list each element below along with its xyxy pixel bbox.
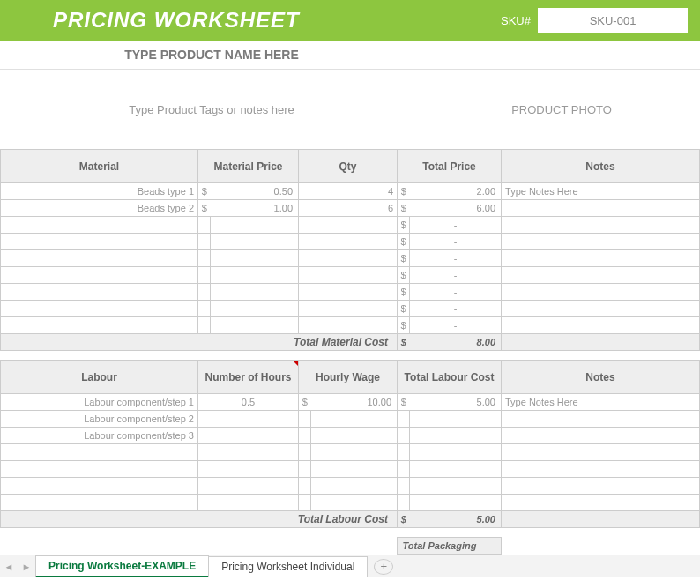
scroll-left-icon[interactable]: ◄ [0,562,18,572]
header-bar: PRICING WORKSHEET SKU# SKU-001 [0,0,700,41]
scroll-right-icon[interactable]: ► [18,562,35,572]
col-labour-total: Total Labour Cost [398,361,502,394]
tab-example[interactable]: Pricing Worksheet-EXAMPLE [35,555,209,578]
table-row[interactable]: $- [1,217,700,234]
table-row[interactable]: $- [1,284,700,301]
col-qty: Qty [299,150,398,183]
col-labour: Labour [1,361,198,394]
table-row[interactable]: $- [1,301,700,317]
col-material-price: Material Price [198,150,299,183]
col-wage: Hourly Wage [299,361,398,394]
packaging-header: Total Packaging [0,537,700,555]
labour-table: Labour Number of Hours Hourly Wage Total… [0,360,700,528]
col-labour-notes: Notes [502,361,700,394]
table-row[interactable]: Labour component/step 2 [1,411,700,428]
product-photo-placeholder[interactable]: PRODUCT PHOTO [423,103,700,116]
col-material: Material [1,150,198,183]
table-row[interactable] [1,444,700,461]
table-row[interactable]: $- [1,250,700,267]
col-total-price: Total Price [398,150,502,183]
col-hours: Number of Hours [198,361,299,394]
sku-input[interactable]: SKU-001 [538,8,688,33]
table-row[interactable]: $- [1,267,700,284]
table-row[interactable] [1,461,700,478]
add-sheet-button[interactable]: + [374,559,393,575]
table-row[interactable]: Beads type 2 $1.00 6 $6.00 [1,200,700,217]
page-title: PRICING WORKSHEET [53,8,501,33]
material-total-row: Total Material Cost $8.00 [1,334,700,351]
table-row[interactable]: $- [1,234,700,250]
table-row[interactable]: Labour component/step 3 [1,428,700,444]
product-name-input[interactable]: TYPE PRODUCT NAME HERE [0,41,423,69]
tab-individual[interactable]: Pricing Worksheet Individual [208,556,368,577]
sku-label: SKU# [501,14,531,27]
table-row[interactable] [1,495,700,511]
material-table: Material Material Price Qty Total Price … [0,149,700,351]
table-row[interactable] [1,478,700,495]
table-row[interactable]: $- [1,317,700,334]
col-notes: Notes [502,150,700,183]
table-row[interactable]: Beads type 1 $0.50 4 $2.00 Type Notes He… [1,183,700,200]
product-tags-input[interactable]: Type Product Tags or notes here [0,103,423,116]
labour-total-row: Total Labour Cost $5.00 [1,511,700,528]
table-row[interactable]: Labour component/step 1 0.5 $10.00 $5.00… [1,394,700,411]
sheet-tabs: ◄ ► Pricing Worksheet-EXAMPLE Pricing Wo… [0,555,700,577]
